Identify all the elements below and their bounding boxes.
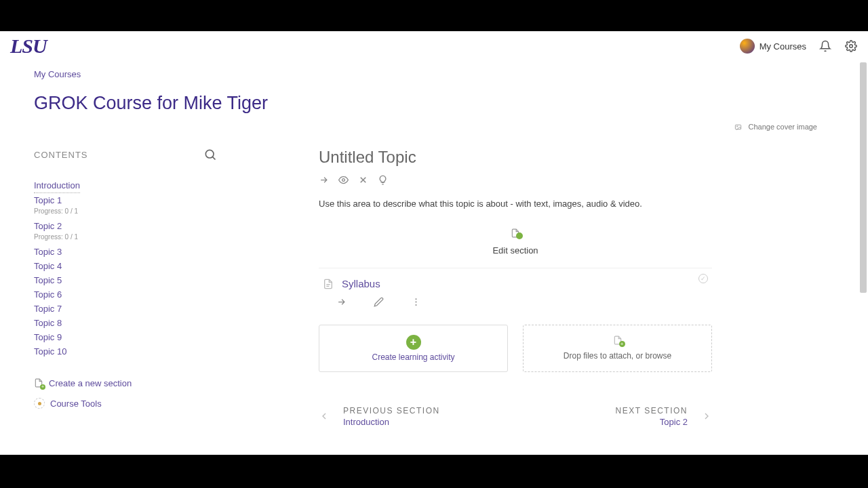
prev-name: Introduction bbox=[343, 417, 440, 427]
activity-move-icon[interactable] bbox=[336, 297, 347, 307]
svg-point-7 bbox=[416, 298, 417, 300]
sidebar-item-topic-7[interactable]: Topic 7 bbox=[34, 302, 217, 316]
tools-icon bbox=[34, 398, 45, 409]
course-tools-button[interactable]: Course Tools bbox=[34, 398, 217, 409]
sidebar-item-topic-2[interactable]: Topic 2 bbox=[34, 219, 217, 233]
chevron-right-icon bbox=[701, 407, 712, 426]
bell-icon[interactable] bbox=[818, 39, 832, 53]
course-tools-label: Course Tools bbox=[50, 399, 102, 409]
svg-point-3 bbox=[205, 150, 214, 158]
previous-section-button[interactable]: PREVIOUS SECTION Introduction bbox=[319, 406, 440, 427]
svg-point-9 bbox=[416, 304, 417, 305]
topic-description[interactable]: Use this area to describe what this topi… bbox=[319, 197, 712, 211]
change-cover-label: Change cover image bbox=[748, 123, 817, 131]
sidebar-item-topic-9[interactable]: Topic 9 bbox=[34, 330, 217, 344]
edit-pencil-icon[interactable] bbox=[374, 297, 384, 307]
image-icon bbox=[734, 123, 743, 131]
sidebar-item-topic-1[interactable]: Topic 1 bbox=[34, 193, 217, 207]
next-section-button[interactable]: NEXT SECTION Topic 2 bbox=[616, 406, 712, 427]
drop-files-label: Drop files to attach, or browse bbox=[530, 351, 705, 361]
create-activity-button[interactable]: + Create learning activity bbox=[319, 325, 508, 372]
sidebar-progress-topic-1: Progress: 0 / 1 bbox=[34, 207, 217, 215]
move-icon[interactable] bbox=[319, 175, 329, 185]
svg-point-2 bbox=[737, 125, 738, 126]
sidebar-item-topic-10[interactable]: Topic 10 bbox=[34, 344, 217, 359]
change-cover-button[interactable]: Change cover image bbox=[734, 123, 817, 131]
next-name: Topic 2 bbox=[616, 417, 688, 427]
scrollbar[interactable] bbox=[860, 62, 867, 455]
sidebar-item-topic-3[interactable]: Topic 3 bbox=[34, 245, 217, 259]
search-icon[interactable] bbox=[203, 148, 217, 161]
activity-link[interactable]: Syllabus bbox=[342, 278, 380, 289]
contents-heading: CONTENTS bbox=[34, 150, 88, 160]
nav-my-courses-label: My Courses bbox=[760, 41, 806, 52]
edit-section-button[interactable]: Edit section bbox=[319, 228, 712, 256]
doc-icon bbox=[323, 278, 334, 290]
completion-toggle[interactable] bbox=[698, 274, 708, 283]
svg-point-8 bbox=[416, 301, 417, 302]
sidebar-item-introduction[interactable]: Introduction bbox=[34, 178, 80, 193]
sidebar-item-topic-6[interactable]: Topic 6 bbox=[34, 287, 217, 302]
logo: LSU bbox=[10, 35, 47, 58]
svg-point-0 bbox=[850, 45, 853, 48]
create-activity-label: Create learning activity bbox=[326, 352, 500, 362]
nav-my-courses[interactable]: My Courses bbox=[740, 39, 806, 54]
edit-section-label: Edit section bbox=[319, 245, 712, 256]
page-title: GROK Course for Mike Tiger bbox=[34, 93, 834, 114]
breadcrumb-my-courses[interactable]: My Courses bbox=[34, 69, 834, 79]
drop-files-zone[interactable]: + Drop files to attach, or browse bbox=[523, 325, 712, 372]
gear-icon[interactable] bbox=[844, 39, 858, 53]
close-icon[interactable] bbox=[358, 175, 368, 185]
prev-label: PREVIOUS SECTION bbox=[343, 406, 440, 415]
plus-icon: + bbox=[406, 335, 421, 350]
create-section-button[interactable]: + Create a new section bbox=[34, 378, 217, 388]
chevron-left-icon bbox=[319, 407, 330, 426]
scrollbar-thumb[interactable] bbox=[860, 62, 867, 293]
create-section-label: Create a new section bbox=[49, 378, 132, 388]
sidebar-item-topic-4[interactable]: Topic 4 bbox=[34, 259, 217, 273]
new-section-icon: + bbox=[34, 378, 43, 388]
next-label: NEXT SECTION bbox=[616, 406, 688, 415]
lightbulb-icon[interactable] bbox=[378, 175, 388, 185]
sidebar-item-topic-5[interactable]: Topic 5 bbox=[34, 273, 217, 287]
eye-icon[interactable] bbox=[338, 175, 349, 185]
sidebar-progress-topic-2: Progress: 0 / 1 bbox=[34, 233, 217, 241]
avatar bbox=[740, 39, 755, 54]
topic-title[interactable]: Untitled Topic bbox=[319, 148, 712, 167]
svg-point-4 bbox=[342, 179, 345, 182]
more-icon[interactable] bbox=[411, 297, 421, 307]
sidebar-item-topic-8[interactable]: Topic 8 bbox=[34, 316, 217, 330]
